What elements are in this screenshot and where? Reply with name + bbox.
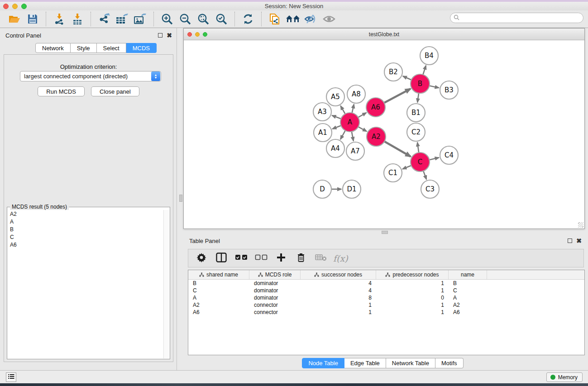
graph-edge-A-A2[interactable] [358,127,367,131]
close-panel-icon[interactable]: ✖ [167,32,172,38]
graph-node-B3[interactable]: B3 [440,81,458,99]
graph-edge-B-B3[interactable] [430,86,439,88]
column-header-predecessor-nodes[interactable]: predecessor nodes [376,270,449,279]
graph-node-C1[interactable]: C1 [384,164,402,182]
add-column-button[interactable] [273,251,289,266]
column-layout-button[interactable] [214,251,229,266]
graph-edge-A-A1[interactable] [332,126,341,129]
graph-edge-C-C2[interactable] [417,143,419,152]
export-image-button[interactable] [131,12,149,26]
graph-node-D1[interactable]: D1 [343,180,361,198]
cell-successor-nodes[interactable]: 4 [301,287,376,294]
graph-node-B2[interactable]: B2 [384,63,402,81]
delete-column-button[interactable] [293,251,309,266]
cell-mcds-role[interactable]: connector [249,302,301,308]
cell-name[interactable]: C [449,287,487,294]
graph-node-C2[interactable]: C2 [407,123,425,141]
open-file-button[interactable] [5,12,24,26]
network-canvas[interactable]: AA1A2A3A4A5A6A7A8BB1B2B3B4CC1C2C3C4DD1 [184,40,584,229]
graph-edge-A-A6[interactable] [358,113,366,117]
tab-mcds[interactable]: MCDS [126,43,157,53]
cell-shared-name[interactable]: C [188,287,249,294]
mcds-result-item[interactable]: B [8,225,163,233]
graph-node-A8[interactable]: A8 [347,85,365,103]
cell-name[interactable]: B [449,280,487,286]
cell-successor-nodes[interactable]: 1 [301,302,376,308]
graph-node-A6[interactable]: A6 [366,98,385,117]
cell-shared-name[interactable]: A6 [188,309,249,315]
tab-motifs[interactable]: Motifs [435,358,464,368]
tab-edge-table[interactable]: Edge Table [344,358,386,368]
cell-mcds-role[interactable]: connector [249,309,301,315]
tab-select[interactable]: Select [97,43,126,53]
criterion-dropdown[interactable]: largest connected component (directed) ▲… [20,71,161,81]
graph-node-C[interactable]: C [411,152,430,172]
float-table-panel-icon[interactable] [568,238,572,243]
graph-edge-C-C3[interactable] [423,171,426,180]
run-mcds-button[interactable]: Run MCDS [38,86,85,96]
table-settings-button[interactable] [194,251,209,266]
cell-successor-nodes[interactable]: 1 [301,309,376,315]
window-resize-grip[interactable] [578,222,583,228]
function-builder-button[interactable]: f(x) [333,253,348,263]
graph-node-C3[interactable]: C3 [421,180,439,198]
column-header-mcds-role[interactable]: MCDS role [249,270,301,279]
cell-shared-name[interactable]: B [188,280,249,286]
column-header-name[interactable]: name [449,270,487,279]
graph-edge-A-A8[interactable] [352,104,354,113]
graph-edge-A6-B[interactable] [384,89,411,103]
graph-node-B1[interactable]: B1 [407,104,425,122]
graph-node-C4[interactable]: C4 [440,146,458,164]
graph-node-A5[interactable]: A5 [326,88,344,106]
close-panel-button[interactable]: Close panel [91,86,139,96]
tab-network[interactable]: Network [35,43,71,53]
network-window-titlebar[interactable]: testGlobe.txt [184,29,584,40]
select-all-columns-button[interactable] [234,251,249,266]
refresh-button[interactable] [239,12,257,26]
graph-node-A[interactable]: A [340,113,359,132]
search-input[interactable] [459,14,583,22]
graph-edge-A-A7[interactable] [352,132,354,141]
export-network-button[interactable] [95,12,113,26]
import-table-button[interactable] [68,12,86,26]
graph-node-A2[interactable]: A2 [367,127,386,146]
zoom-fit-button[interactable] [194,12,212,26]
memory-button[interactable]: Memory [546,372,583,382]
mcds-result-item[interactable]: C [8,233,163,241]
table-row[interactable]: A6 connector 1 1 A6 [188,309,584,316]
zoom-in-button[interactable] [158,12,176,26]
horizontal-scrollbar-thumb[interactable] [382,231,388,234]
graph-node-D[interactable]: D [313,180,331,198]
graph-node-A4[interactable]: A4 [326,139,344,157]
cell-predecessor-nodes[interactable]: 0 [376,295,449,301]
delete-table-button[interactable] [313,251,329,266]
table-row[interactable]: A2 connector 1 1 A2 [188,301,584,309]
graph-edge-B-B4[interactable] [423,66,425,75]
cell-name[interactable]: A6 [449,309,487,315]
table-row[interactable]: C dominator 4 1 C [188,287,584,294]
mcds-result-item[interactable]: A2 [8,210,163,218]
search-field[interactable] [450,13,583,23]
graph-edge-C-C4[interactable] [429,157,439,160]
cell-mcds-role[interactable]: dominator [249,295,301,301]
cell-predecessor-nodes[interactable]: 1 [376,280,449,286]
cell-predecessor-nodes[interactable]: 1 [376,287,449,294]
table-row[interactable]: B dominator 4 1 B [188,280,584,287]
table-row[interactable]: A dominator 8 0 A [188,294,584,301]
duplicate-network-button[interactable] [266,12,284,26]
close-table-panel-icon[interactable]: ✖ [576,238,582,244]
tab-network-table[interactable]: Network Table [386,358,435,368]
zoom-selected-button[interactable] [212,12,230,26]
graph-node-B[interactable]: B [411,74,430,93]
show-all-button[interactable] [320,12,338,26]
column-header-successor-nodes[interactable]: successor nodes [301,270,376,279]
vertical-scrollbar-thumb[interactable] [179,195,182,202]
cell-name[interactable]: A [449,295,487,301]
cell-successor-nodes[interactable]: 8 [301,295,376,301]
deselect-all-columns-button[interactable] [253,251,269,266]
tab-node-table[interactable]: Node Table [302,358,344,368]
float-panel-icon[interactable] [158,33,163,38]
cell-mcds-role[interactable]: dominator [249,287,301,294]
cell-shared-name[interactable]: A2 [188,302,249,308]
zoom-out-button[interactable] [176,12,194,26]
